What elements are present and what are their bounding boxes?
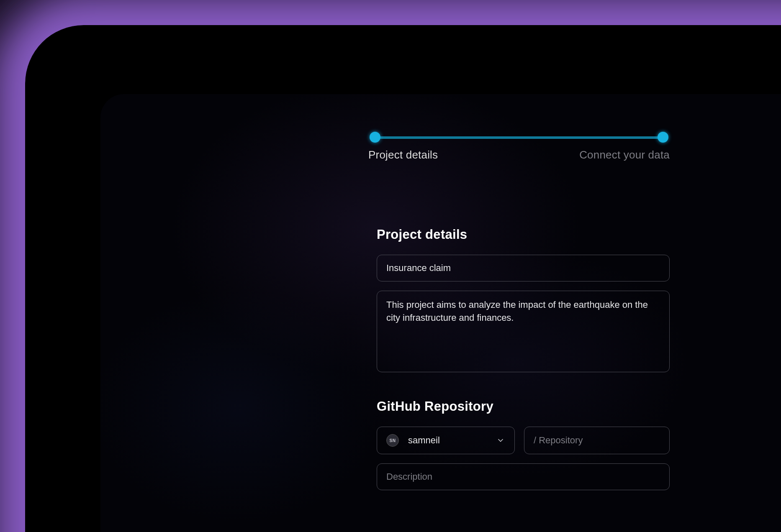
app-window: Project details Connect your data Projec… xyxy=(100,94,781,532)
stepper-track xyxy=(375,132,663,144)
owner-avatar: SN xyxy=(386,434,399,447)
form-area: Project details GitHub Repository SN sam… xyxy=(377,227,670,499)
owner-name-label: samneil xyxy=(408,435,496,446)
project-description-textarea[interactable] xyxy=(377,291,670,372)
repository-name-input[interactable] xyxy=(524,427,670,454)
step-2-dot[interactable] xyxy=(658,132,668,143)
project-name-input[interactable] xyxy=(377,255,670,281)
project-details-heading: Project details xyxy=(377,227,670,242)
step-2-label[interactable]: Connect your data xyxy=(579,148,670,161)
step-1-dot[interactable] xyxy=(370,132,380,143)
chevron-down-icon xyxy=(496,436,505,445)
stepper-line xyxy=(375,136,663,139)
github-repository-heading: GitHub Repository xyxy=(377,399,670,414)
owner-select[interactable]: SN samneil xyxy=(377,427,515,454)
repository-description-input[interactable] xyxy=(377,463,670,490)
step-1-label[interactable]: Project details xyxy=(368,148,438,161)
progress-stepper: Project details Connect your data xyxy=(368,132,670,161)
